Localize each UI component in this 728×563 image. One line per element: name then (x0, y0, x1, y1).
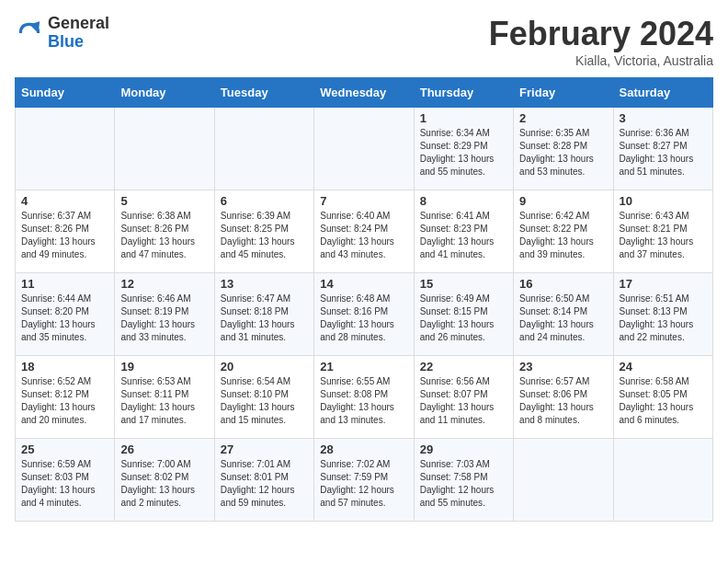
calendar-cell: 9Sunrise: 6:42 AMSunset: 8:22 PMDaylight… (514, 190, 613, 273)
calendar-cell: 3Sunrise: 6:36 AMSunset: 8:27 PMDaylight… (613, 108, 712, 190)
day-of-week-header: Wednesday (314, 78, 414, 108)
day-info: Sunrise: 7:00 AMSunset: 8:02 PMDaylight:… (120, 458, 208, 510)
calendar-cell: 15Sunrise: 6:49 AMSunset: 8:15 PMDayligh… (414, 273, 513, 356)
day-number: 12 (120, 277, 208, 291)
day-info: Sunrise: 6:43 AMSunset: 8:21 PMDaylight:… (620, 210, 707, 261)
title-area: February 2024 Kialla, Victoria, Australi… (489, 15, 713, 68)
header: General Blue February 2024 Kialla, Victo… (15, 15, 713, 68)
calendar-cell: 5Sunrise: 6:38 AMSunset: 8:26 PMDaylight… (115, 190, 214, 273)
calendar-table: SundayMondayTuesdayWednesdayThursdayFrid… (15, 77, 713, 522)
day-info: Sunrise: 6:40 AMSunset: 8:24 PMDaylight:… (320, 210, 407, 261)
calendar-week-row: 4Sunrise: 6:37 AMSunset: 8:26 PMDaylight… (16, 190, 713, 273)
day-number: 10 (620, 194, 707, 208)
calendar-cell: 29Sunrise: 7:03 AMSunset: 7:58 PMDayligh… (414, 439, 513, 522)
day-info: Sunrise: 6:44 AMSunset: 8:20 PMDaylight:… (21, 293, 108, 344)
day-of-week-header: Tuesday (214, 78, 313, 108)
calendar-cell: 14Sunrise: 6:48 AMSunset: 8:16 PMDayligh… (314, 273, 414, 356)
day-info: Sunrise: 6:46 AMSunset: 8:19 PMDaylight:… (120, 293, 208, 344)
calendar-cell: 25Sunrise: 6:59 AMSunset: 8:03 PMDayligh… (16, 439, 115, 522)
day-number: 28 (320, 442, 407, 456)
day-number: 20 (221, 360, 308, 373)
calendar-cell: 13Sunrise: 6:47 AMSunset: 8:18 PMDayligh… (214, 273, 313, 356)
day-info: Sunrise: 6:38 AMSunset: 8:26 PMDaylight:… (120, 210, 208, 261)
day-number: 19 (120, 360, 208, 373)
day-number: 11 (21, 277, 108, 291)
day-number: 26 (120, 442, 208, 456)
day-info: Sunrise: 6:54 AMSunset: 8:10 PMDaylight:… (221, 375, 308, 427)
day-number: 13 (221, 277, 308, 291)
day-info: Sunrise: 6:36 AMSunset: 8:27 PMDaylight:… (620, 127, 707, 178)
calendar-cell: 1Sunrise: 6:34 AMSunset: 8:29 PMDaylight… (414, 108, 513, 190)
day-number: 22 (420, 360, 507, 373)
day-number: 1 (420, 111, 507, 125)
month-title: February 2024 (489, 15, 713, 53)
day-number: 7 (320, 194, 407, 208)
day-number: 3 (620, 111, 707, 125)
calendar-cell: 26Sunrise: 7:00 AMSunset: 8:02 PMDayligh… (115, 439, 214, 522)
calendar-cell (613, 439, 712, 522)
day-number: 14 (320, 277, 407, 291)
day-info: Sunrise: 7:01 AMSunset: 8:01 PMDaylight:… (221, 458, 308, 510)
day-info: Sunrise: 6:51 AMSunset: 8:13 PMDaylight:… (620, 293, 707, 344)
calendar-cell: 23Sunrise: 6:57 AMSunset: 8:06 PMDayligh… (514, 356, 613, 439)
day-number: 5 (120, 194, 208, 208)
day-info: Sunrise: 6:39 AMSunset: 8:25 PMDaylight:… (221, 210, 308, 261)
day-info: Sunrise: 7:03 AMSunset: 7:58 PMDaylight:… (420, 458, 507, 510)
calendar-cell: 21Sunrise: 6:55 AMSunset: 8:08 PMDayligh… (314, 356, 414, 439)
day-of-week-header: Friday (514, 78, 613, 108)
day-number: 25 (21, 442, 108, 456)
calendar-cell: 24Sunrise: 6:58 AMSunset: 8:05 PMDayligh… (613, 356, 712, 439)
calendar-cell: 16Sunrise: 6:50 AMSunset: 8:14 PMDayligh… (514, 273, 613, 356)
day-number: 24 (620, 360, 707, 373)
calendar-cell (214, 108, 313, 190)
calendar-week-row: 11Sunrise: 6:44 AMSunset: 8:20 PMDayligh… (16, 273, 713, 356)
logo-icon (15, 18, 44, 48)
calendar-cell: 7Sunrise: 6:40 AMSunset: 8:24 PMDaylight… (314, 190, 414, 273)
day-info: Sunrise: 6:58 AMSunset: 8:05 PMDaylight:… (620, 375, 707, 427)
day-info: Sunrise: 6:55 AMSunset: 8:08 PMDaylight:… (320, 375, 407, 427)
day-number: 16 (519, 277, 607, 291)
calendar-cell: 17Sunrise: 6:51 AMSunset: 8:13 PMDayligh… (613, 273, 712, 356)
calendar-cell (115, 108, 214, 190)
day-number: 17 (620, 277, 707, 291)
day-of-week-header: Thursday (414, 78, 513, 108)
calendar-cell: 6Sunrise: 6:39 AMSunset: 8:25 PMDaylight… (214, 190, 313, 273)
day-number: 9 (519, 194, 607, 208)
logo-text: General Blue (48, 15, 109, 52)
calendar-cell (16, 108, 115, 190)
logo: General Blue (15, 15, 109, 52)
calendar-cell: 18Sunrise: 6:52 AMSunset: 8:12 PMDayligh… (16, 356, 115, 439)
day-number: 21 (320, 360, 407, 373)
day-number: 2 (519, 111, 607, 125)
calendar-cell: 22Sunrise: 6:56 AMSunset: 8:07 PMDayligh… (414, 356, 513, 439)
calendar-week-row: 25Sunrise: 6:59 AMSunset: 8:03 PMDayligh… (16, 439, 713, 522)
day-of-week-header: Sunday (16, 78, 115, 108)
day-info: Sunrise: 6:59 AMSunset: 8:03 PMDaylight:… (21, 458, 108, 510)
calendar-cell: 28Sunrise: 7:02 AMSunset: 7:59 PMDayligh… (314, 439, 414, 522)
calendar-body: 1Sunrise: 6:34 AMSunset: 8:29 PMDaylight… (16, 108, 713, 522)
calendar-cell: 11Sunrise: 6:44 AMSunset: 8:20 PMDayligh… (16, 273, 115, 356)
calendar-cell (314, 108, 414, 190)
day-of-week-header: Saturday (613, 78, 712, 108)
calendar-cell: 8Sunrise: 6:41 AMSunset: 8:23 PMDaylight… (414, 190, 513, 273)
day-info: Sunrise: 7:02 AMSunset: 7:59 PMDaylight:… (320, 458, 407, 510)
day-number: 18 (21, 360, 108, 373)
day-info: Sunrise: 6:52 AMSunset: 8:12 PMDaylight:… (21, 375, 108, 427)
calendar-cell: 27Sunrise: 7:01 AMSunset: 8:01 PMDayligh… (214, 439, 313, 522)
day-info: Sunrise: 6:34 AMSunset: 8:29 PMDaylight:… (420, 127, 507, 178)
calendar-cell: 12Sunrise: 6:46 AMSunset: 8:19 PMDayligh… (115, 273, 214, 356)
day-info: Sunrise: 6:35 AMSunset: 8:28 PMDaylight:… (519, 127, 607, 178)
day-info: Sunrise: 6:57 AMSunset: 8:06 PMDaylight:… (519, 375, 607, 427)
calendar-cell: 19Sunrise: 6:53 AMSunset: 8:11 PMDayligh… (115, 356, 214, 439)
calendar-cell (514, 439, 613, 522)
days-of-week-row: SundayMondayTuesdayWednesdayThursdayFrid… (16, 78, 713, 108)
calendar-week-row: 18Sunrise: 6:52 AMSunset: 8:12 PMDayligh… (16, 356, 713, 439)
day-info: Sunrise: 6:53 AMSunset: 8:11 PMDaylight:… (120, 375, 208, 427)
day-number: 27 (221, 442, 308, 456)
day-number: 15 (420, 277, 507, 291)
calendar-cell: 10Sunrise: 6:43 AMSunset: 8:21 PMDayligh… (613, 190, 712, 273)
day-number: 23 (519, 360, 607, 373)
calendar-cell: 4Sunrise: 6:37 AMSunset: 8:26 PMDaylight… (16, 190, 115, 273)
day-number: 6 (221, 194, 308, 208)
day-info: Sunrise: 6:49 AMSunset: 8:15 PMDaylight:… (420, 293, 507, 344)
